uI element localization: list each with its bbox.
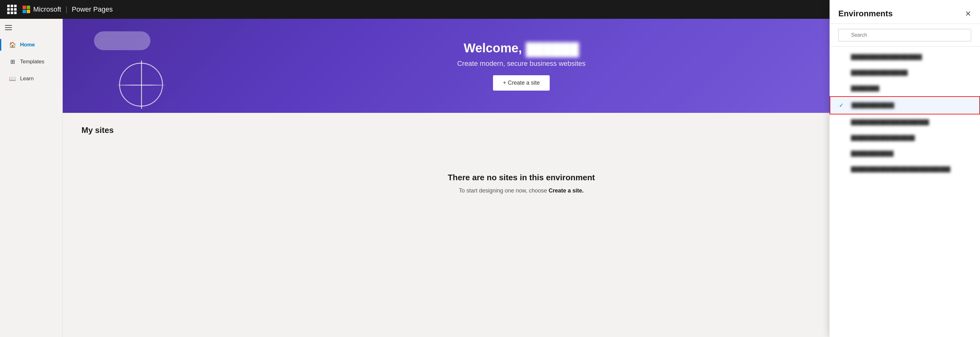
env-item[interactable]: ████████████████████████████	[830, 161, 980, 177]
my-sites-title: My sites	[81, 126, 961, 135]
env-item-name: ██████████████████████	[851, 119, 971, 125]
sidebar-item-learn[interactable]: 📖 Learn	[3, 71, 60, 86]
no-sites-description: To start designing one now, choose Creat…	[459, 188, 584, 194]
env-item[interactable]: ████████	[830, 81, 980, 96]
no-sites-title: There are no sites in this environment	[448, 173, 595, 183]
hamburger-button[interactable]	[0, 22, 62, 37]
env-item[interactable]: ████████████	[830, 146, 980, 161]
env-item-name: ████████████████	[851, 70, 971, 76]
env-item[interactable]: ██████████████████	[830, 130, 980, 146]
hero-cloud-left	[94, 31, 150, 50]
microsoft-label: Microsoft	[33, 5, 61, 13]
microsoft-logo-icon	[22, 6, 30, 13]
hero-welcome-text: Welcome,	[463, 41, 522, 55]
environments-panel: Environments ✕ 🔍 ████████████████████ ██…	[830, 0, 980, 337]
env-search-container: 🔍	[838, 29, 971, 41]
env-panel-title: Environments	[838, 9, 892, 19]
sidebar-item-templates[interactable]: ⊞ Templates	[3, 54, 60, 70]
no-sites-desc-link: Create a site.	[549, 188, 584, 194]
env-list: ████████████████████ ████████████████ ██…	[830, 47, 980, 337]
env-item-selected[interactable]: ✓ ████████████	[830, 96, 980, 114]
app-name: Power Pages	[72, 5, 113, 13]
env-item[interactable]: ████████████████████	[830, 49, 980, 65]
sidebar-item-templates-label: Templates	[20, 59, 44, 65]
hero-globe-icon	[119, 63, 163, 107]
env-checkmark-icon: ✓	[839, 102, 846, 109]
env-item-name: ████████████████████████████	[851, 167, 971, 172]
hero-content: Welcome, ██████ Create modern, secure bu…	[457, 41, 586, 91]
env-item[interactable]: ██████████████████████	[830, 114, 980, 130]
hero-subtitle: Create modern, secure business websites	[457, 60, 586, 68]
env-search-input[interactable]	[838, 29, 971, 41]
env-item-name-selected: ████████████	[851, 103, 970, 108]
sidebar-item-home[interactable]: 🏠 Home	[3, 37, 60, 52]
waffle-icon	[7, 5, 17, 14]
no-sites-section: There are no sites in this environment T…	[81, 148, 961, 219]
env-panel-header: Environments ✕	[830, 0, 980, 24]
pipe-separator: |	[65, 5, 67, 13]
env-panel-close-button[interactable]: ✕	[965, 10, 971, 18]
env-item[interactable]: ████████████████	[830, 65, 980, 81]
env-search-wrapper: 🔍	[830, 24, 980, 47]
sidebar: 🏠 Home ⊞ Templates 📖 Learn	[0, 19, 63, 337]
sidebar-item-home-label: Home	[20, 42, 35, 48]
sidebar-item-learn-label: Learn	[20, 76, 33, 82]
env-item-name: ████████████████████	[851, 54, 971, 60]
templates-icon: ⊞	[9, 58, 16, 65]
create-site-button[interactable]: + Create a site	[493, 75, 550, 91]
hero-username: ██████	[526, 42, 579, 56]
app-logo: Microsoft | Power Pages	[22, 5, 113, 13]
learn-icon: 📖	[9, 75, 16, 82]
env-item-name: ████████████	[851, 151, 971, 156]
hamburger-icon	[5, 25, 57, 30]
home-icon: 🏠	[9, 41, 16, 48]
env-item-name: ██████████████████	[851, 135, 971, 141]
no-sites-desc-prefix: To start designing one now, choose	[459, 188, 549, 194]
waffle-button[interactable]	[6, 4, 18, 15]
env-item-name: ████████	[851, 86, 971, 91]
